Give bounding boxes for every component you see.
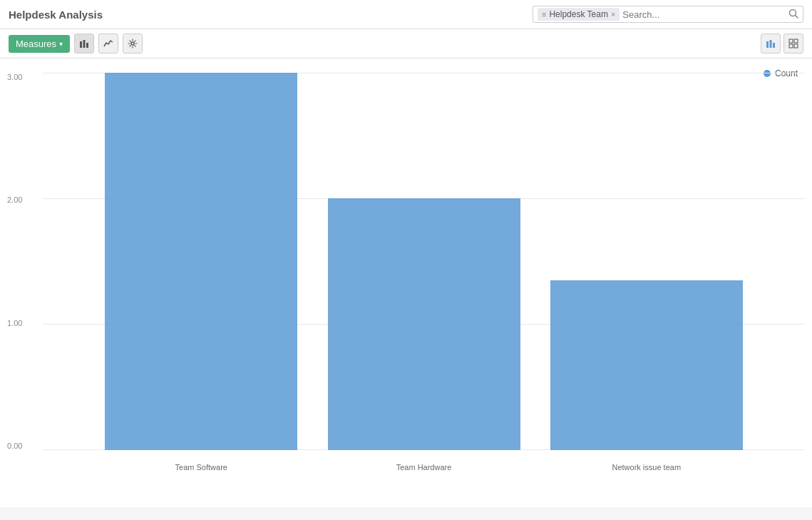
bar[interactable]	[105, 73, 297, 450]
filter-tag-icon: ≡	[542, 10, 546, 19]
svg-rect-11	[789, 44, 793, 48]
view-toggle	[761, 34, 803, 53]
svg-rect-7	[770, 40, 772, 48]
x-axis-label: Network issue team	[540, 463, 754, 471]
bar-chart-button[interactable]	[74, 34, 94, 53]
svg-rect-4	[86, 43, 88, 48]
chart-view-button[interactable]	[761, 34, 781, 53]
measures-label: Measures	[16, 39, 56, 49]
bar-group	[94, 73, 308, 450]
svg-rect-10	[794, 39, 798, 43]
bars-area	[43, 73, 805, 450]
svg-point-5	[131, 42, 134, 45]
y-axis-label: 1.00	[7, 319, 22, 327]
bar[interactable]	[550, 280, 743, 450]
bar-group	[317, 73, 531, 450]
filter-tag[interactable]: ≡ Helpdesk Team ×	[538, 8, 620, 21]
top-bar: Helpdesk Analysis ≡ Helpdesk Team ×	[0, 0, 812, 29]
filter-tag-close[interactable]: ×	[611, 10, 615, 19]
chart-area: 0.001.002.003.00 Team SoftwareTeam Hardw…	[43, 73, 805, 471]
svg-rect-3	[83, 40, 86, 48]
svg-rect-6	[766, 41, 769, 48]
svg-rect-2	[80, 41, 82, 48]
x-axis-labels: Team SoftwareTeam HardwareNetwork issue …	[43, 463, 805, 471]
page-title: Helpdesk Analysis	[9, 9, 103, 21]
line-chart-icon	[103, 39, 113, 49]
toolbar: Measures ▾	[0, 29, 812, 58]
filter-tag-label: Helpdesk Team	[549, 9, 608, 19]
search-area: ≡ Helpdesk Team ×	[533, 6, 803, 23]
chart-view-icon	[766, 39, 776, 49]
settings-button[interactable]	[123, 34, 143, 53]
y-axis-label: 0.00	[7, 442, 22, 450]
svg-rect-9	[789, 39, 793, 43]
svg-rect-8	[773, 43, 775, 48]
y-axis-label: 3.00	[7, 73, 22, 81]
y-axis-label: 2.00	[7, 195, 22, 204]
y-axis: 0.001.002.003.00	[7, 73, 26, 450]
measures-button[interactable]: Measures ▾	[9, 35, 70, 53]
table-view-button[interactable]	[783, 34, 803, 53]
measures-arrow: ▾	[59, 40, 63, 48]
table-view-icon	[788, 39, 798, 49]
x-axis-label: Team Hardware	[317, 463, 531, 471]
line-chart-button[interactable]	[98, 34, 118, 53]
search-button[interactable]	[788, 9, 798, 21]
chart-container: Count 0.001.002.003.00 Team SoftwareTeam…	[0, 58, 812, 507]
search-icon	[788, 9, 798, 19]
bar-chart-icon	[79, 39, 89, 49]
bar[interactable]	[328, 198, 520, 450]
settings-icon	[128, 39, 138, 49]
svg-rect-12	[794, 44, 798, 48]
x-axis-label: Team Software	[94, 463, 308, 471]
search-input[interactable]	[622, 9, 788, 20]
bar-group	[540, 73, 754, 450]
svg-line-1	[796, 15, 798, 18]
